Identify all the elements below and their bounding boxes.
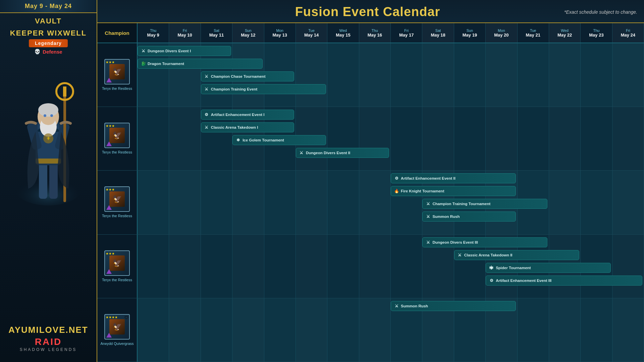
grid-line-7 bbox=[359, 107, 391, 170]
grid-line-0 bbox=[138, 107, 169, 170]
site-name: AYUMILOVE.NET bbox=[8, 325, 88, 335]
grid-line-14 bbox=[581, 107, 612, 170]
shield-badge: 🛡 bbox=[124, 315, 128, 320]
event-bar[interactable]: ⚔Champion Training Event bbox=[201, 84, 326, 94]
event-icon: ⚙ bbox=[204, 112, 209, 117]
grid-line-1 bbox=[169, 235, 201, 298]
grid-line-3 bbox=[232, 235, 264, 298]
grid-line-14 bbox=[581, 171, 612, 234]
date-range-bar: May 9 - May 24 bbox=[0, 0, 97, 13]
champion-thumbnail: ★★★ 🦅 bbox=[104, 250, 130, 276]
event-label: Summon Rush bbox=[432, 215, 460, 219]
affinity-triangle bbox=[106, 333, 112, 338]
data-row-0: ★★★ 🦅 Teryx the Restless⚔Dungeon Divers … bbox=[97, 43, 644, 107]
skull-icon: 💀 bbox=[34, 49, 41, 55]
grid-line-13 bbox=[549, 171, 581, 234]
champion-stars: ★★★ bbox=[106, 252, 115, 255]
grid-line-13 bbox=[549, 43, 581, 107]
col-header-8: ThuMay 16 bbox=[359, 23, 391, 43]
event-label: Classic Arena Takedown II bbox=[464, 253, 513, 257]
grid-line-7 bbox=[359, 298, 391, 362]
event-bar[interactable]: 🔥Fire Knight Tournament bbox=[391, 186, 516, 196]
svg-text:🦅: 🦅 bbox=[113, 131, 122, 140]
event-bar[interactable]: ⚙Artifact Enhancement Event I bbox=[201, 110, 294, 120]
col-header-12: MonMay 20 bbox=[486, 23, 517, 43]
champion-title-line2: KEEPER WIXWELL bbox=[10, 29, 87, 37]
grid-line-6 bbox=[327, 107, 359, 170]
grid-line-15 bbox=[612, 235, 644, 298]
event-bar[interactable]: ⚔Summon Rush bbox=[391, 301, 516, 311]
left-panel: May 9 - May 24 VAULT KEEPER WIXWELL Lege… bbox=[0, 0, 97, 362]
grid-line-13 bbox=[549, 107, 581, 170]
event-bar[interactable]: 🐉Dragon Tournament bbox=[138, 59, 263, 69]
grid-line-2 bbox=[201, 298, 232, 362]
grid-line-12 bbox=[518, 43, 549, 107]
event-bar[interactable]: ⚔Dungeon Divers Event II bbox=[296, 148, 389, 158]
grid-line-9 bbox=[422, 107, 454, 170]
grid-line-6 bbox=[327, 171, 359, 234]
grid-line-8 bbox=[391, 235, 422, 298]
grid-line-6 bbox=[327, 235, 359, 298]
event-label: Dungeon Divers Event III bbox=[432, 240, 478, 244]
grid-line-6 bbox=[327, 298, 359, 362]
event-icon: ⚔ bbox=[299, 150, 304, 155]
champion-thumbnail: ★★★★ 🦅 🛡 bbox=[104, 314, 130, 340]
grid-line-8 bbox=[391, 43, 422, 107]
col-header-9: FriMay 17 bbox=[391, 23, 422, 43]
event-bar[interactable]: ❄Ice Golem Tournament bbox=[232, 135, 326, 145]
champion-thumbnail: ★★★ 🦅 bbox=[104, 59, 130, 84]
schedule-notice: *Exact schedule subject to change. bbox=[564, 9, 637, 15]
grid-line-12 bbox=[518, 298, 549, 362]
champion-name: Arwydd Quivergrass bbox=[100, 342, 133, 346]
grid-line-11 bbox=[486, 107, 517, 170]
svg-text:🦅: 🦅 bbox=[113, 67, 122, 76]
grid-line-5 bbox=[296, 235, 327, 298]
svg-rect-1 bbox=[39, 162, 47, 199]
champion-stars: ★★★ bbox=[106, 188, 115, 191]
grid-line-15 bbox=[612, 171, 644, 234]
col-header-4: SunMay 12 bbox=[232, 23, 264, 43]
grid-line-2 bbox=[201, 171, 232, 234]
event-label: Ice Golem Tournament bbox=[243, 138, 284, 142]
event-bar[interactable]: ⚔Classic Arena Takedown I bbox=[201, 122, 294, 132]
champion-name: Teryx the Restless bbox=[102, 86, 132, 91]
calendar-table: Champion ThuMay 9FriMay 10SatMay 11SunMa… bbox=[97, 23, 644, 362]
date-range-label: May 9 - May 24 bbox=[25, 3, 72, 10]
event-bar[interactable]: ⚔Classic Arena Takedown II bbox=[454, 250, 579, 260]
event-bar[interactable]: 🕷Spider Tournament bbox=[486, 263, 611, 273]
event-icon: ⚙ bbox=[394, 176, 399, 181]
champion-cell-2: ★★★ 🦅 Teryx the Restless bbox=[97, 171, 138, 234]
grid-line-9 bbox=[422, 43, 454, 107]
game-logo: RAID SHADOW LEGENDS bbox=[20, 337, 77, 352]
event-icon: 🕷 bbox=[489, 265, 494, 270]
event-bar[interactable]: ⚔Champion Chase Tournament bbox=[201, 71, 294, 81]
event-bar[interactable]: ⚔Dungeon Divers Event III bbox=[422, 237, 547, 247]
event-icon: ⚙ bbox=[489, 278, 494, 283]
event-bar[interactable]: ⚔Champion Training Tournament bbox=[422, 199, 547, 209]
event-bar[interactable]: ⚔Summon Rush bbox=[422, 212, 516, 222]
svg-rect-17 bbox=[63, 86, 66, 97]
champion-name: Teryx the Restless bbox=[102, 278, 132, 282]
data-row-4: ★★★★ 🦅 🛡Arwydd Quivergrass⚔Summon Rush bbox=[97, 298, 644, 362]
col-header-15: ThuMay 23 bbox=[581, 23, 612, 43]
event-icon: ⚔ bbox=[204, 125, 209, 130]
event-bar[interactable]: ⚙Artifact Enhancement Event III bbox=[486, 276, 642, 286]
champion-image: ⚜ bbox=[8, 58, 89, 209]
champion-title-line1: VAULT bbox=[35, 17, 62, 25]
grid-line-5 bbox=[296, 43, 327, 107]
event-icon: ⚔ bbox=[425, 240, 431, 245]
event-bar[interactable]: ⚔Dungeon Divers Event I bbox=[138, 46, 231, 56]
champion-stars: ★★★★ bbox=[106, 315, 118, 319]
main-area: Fusion Event Calendar *Exact schedule su… bbox=[97, 0, 644, 362]
calendar-title: Fusion Event Calendar bbox=[171, 5, 564, 19]
champion-cell-3: ★★★ 🦅 Teryx the Restless bbox=[97, 235, 138, 298]
shadow-legends-text: SHADOW LEGENDS bbox=[20, 347, 77, 352]
event-bar[interactable]: ⚙Artifact Enhancement Event II bbox=[391, 173, 516, 183]
grid-line-0 bbox=[138, 298, 169, 362]
event-label: Dungeon Divers Event II bbox=[306, 151, 350, 155]
grid-line-7 bbox=[359, 171, 391, 234]
grid-line-3 bbox=[232, 298, 264, 362]
grid-line-0 bbox=[138, 171, 169, 234]
event-label: Dragon Tournament bbox=[148, 62, 184, 66]
col-header-2: FriMay 10 bbox=[169, 23, 201, 43]
